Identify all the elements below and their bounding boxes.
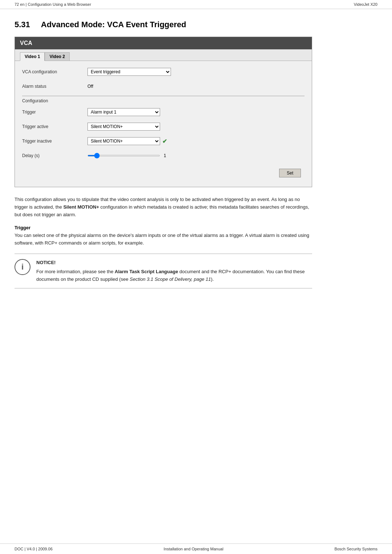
section-heading: 5.31 Advanced Mode: VCA Event Triggered [15, 20, 377, 29]
delay-control: 1 [87, 153, 166, 158]
header-right: VideoJet X20 [354, 2, 377, 7]
tab-video2[interactable]: Video 2 [45, 52, 69, 61]
section-title: Advanced Mode: VCA Event Triggered [41, 20, 186, 29]
notice-italic-text: Section 3.1 Scope of Delivery, page 11 [130, 276, 211, 282]
alarm-status-label: Alarm status [22, 84, 87, 89]
footer-left: DOC | V4.0 | 2009.06 [15, 547, 53, 551]
trigger-body: You can select one of the physical alarm… [15, 232, 312, 247]
notice-heading: NOTICE! [36, 259, 312, 267]
vca-body: VCA configuration Event triggered Schedu… [15, 61, 312, 187]
tab-video1[interactable]: Video 1 [20, 52, 45, 61]
trigger-select[interactable]: Alarm input 1 Alarm input 2 Virtual alar… [87, 108, 160, 116]
config-section-label: Configuration [22, 98, 305, 103]
notice-icon: i [15, 259, 30, 275]
vca-config-row: VCA configuration Event triggered Schedu… [22, 67, 305, 77]
delay-slider[interactable] [87, 155, 160, 156]
alarm-status-row: Alarm status Off [22, 81, 305, 91]
trigger-row: Trigger Alarm input 1 Alarm input 2 Virt… [22, 107, 305, 117]
vca-panel-header: VCA [15, 37, 312, 49]
description-bold: Silent MOTION+ [63, 204, 99, 210]
trigger-active-row: Trigger active Silent MOTION+ MOTION+ Of… [22, 122, 305, 132]
main-content: 5.31 Advanced Mode: VCA Event Triggered … [0, 9, 392, 299]
notice-bold-text: Alarm Task Script Language [115, 269, 178, 274]
trigger-active-control: Silent MOTION+ MOTION+ Off [87, 123, 160, 131]
trigger-label: Trigger [22, 110, 87, 115]
page-header: 72 en | Configuration Using a Web Browse… [0, 0, 392, 9]
delay-row: Delay (s) 1 [22, 151, 305, 161]
trigger-heading: Trigger [15, 225, 312, 230]
footer-center: Installation and Operating Manual [164, 547, 224, 551]
trigger-active-label: Trigger active [22, 124, 87, 129]
section-number: 5.31 [15, 20, 30, 29]
notice-body-before: For more information, please see the [36, 269, 115, 274]
vca-tabs: Video 1 Video 2 [15, 49, 312, 61]
description-section: This configuration allows you to stipula… [15, 196, 312, 218]
trigger-inactive-control: Silent MOTION+ MOTION+ Off ✔ [87, 137, 167, 145]
set-button[interactable]: Set [279, 169, 301, 177]
vca-config-select[interactable]: Event triggered Scheduled Always on [87, 68, 171, 76]
trigger-inactive-select[interactable]: Silent MOTION+ MOTION+ Off [87, 137, 160, 145]
header-left: 72 en | Configuration Using a Web Browse… [15, 2, 91, 7]
checkmark-icon: ✔ [162, 138, 167, 145]
vca-config-control: Event triggered Scheduled Always on [87, 68, 171, 76]
footer-right: Bosch Security Systems [334, 547, 377, 551]
trigger-inactive-label: Trigger inactive [22, 139, 87, 144]
alarm-status-value: Off [87, 84, 93, 89]
set-button-row: Set [22, 165, 305, 181]
notice-body-end: ). [211, 276, 214, 282]
alarm-status-control: Off [87, 84, 93, 89]
notice-box: i NOTICE! For more information, please s… [15, 254, 312, 288]
trigger-active-select[interactable]: Silent MOTION+ MOTION+ Off [87, 123, 160, 131]
trigger-section: Trigger You can select one of the physic… [15, 225, 312, 247]
notice-content: NOTICE! For more information, please see… [36, 259, 312, 283]
page-footer: DOC | V4.0 | 2009.06 Installation and Op… [0, 543, 392, 554]
vca-config-label: VCA configuration [22, 69, 87, 74]
trigger-inactive-row: Trigger inactive Silent MOTION+ MOTION+ … [22, 136, 305, 146]
delay-value: 1 [164, 153, 166, 158]
trigger-control: Alarm input 1 Alarm input 2 Virtual alar… [87, 108, 160, 116]
config-section: Configuration Trigger Alarm input 1 Alar… [22, 96, 305, 161]
vca-panel: VCA Video 1 Video 2 VCA configuration Ev… [15, 37, 312, 187]
delay-label: Delay (s) [22, 153, 87, 158]
